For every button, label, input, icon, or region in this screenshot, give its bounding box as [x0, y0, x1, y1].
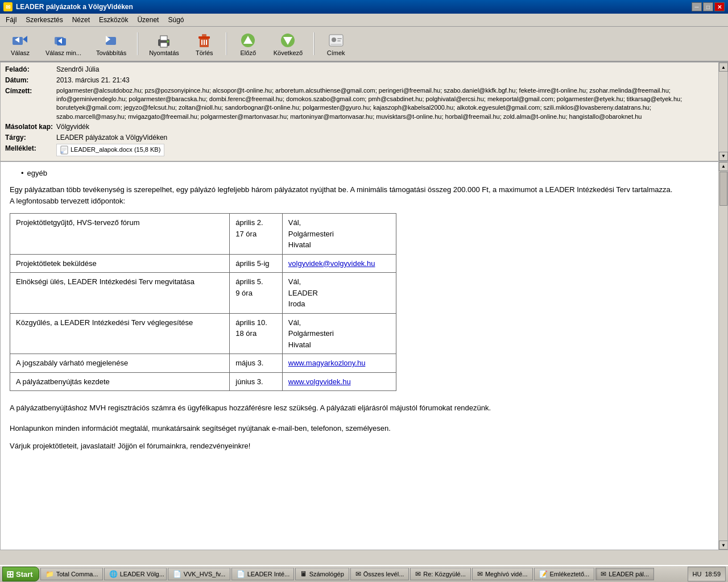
next-label: Következő	[274, 49, 303, 56]
taskbar-item-osszes[interactable]: ✉ Összes levél...	[350, 568, 410, 580]
minimize-button[interactable]: ─	[692, 2, 702, 11]
taskbar-item-leader-inte[interactable]: 📄 LEADER Inté...	[231, 568, 294, 580]
bullet-egyeb-text: egyéb	[27, 168, 47, 179]
reply-label: Válasz	[11, 49, 30, 56]
delete-button[interactable]: Törlés	[189, 29, 220, 59]
prev-icon	[239, 31, 257, 49]
table-row: A pályázatbenyújtás kezdete június 3. ww…	[10, 372, 396, 391]
menu-edit[interactable]: Szerkesztés	[22, 15, 66, 25]
header-scroll-track[interactable]	[719, 72, 727, 152]
taskbar-label-leadervolg: LEADER Völg...	[120, 571, 164, 577]
taskbar-label-leaderpal: LEADER pál...	[609, 571, 649, 577]
attachment-value[interactable]: W LEADER_alapok.docx (15,8 KB)	[56, 144, 713, 157]
body-para2: A legfontosabb tervezett időpontok:	[10, 196, 709, 207]
taskbar-label-vvk: VVK_HVS_fv...	[184, 571, 226, 577]
table-cell-date-5: május 3.	[230, 354, 283, 373]
title-bar-buttons[interactable]: ─ □ ✕	[692, 2, 725, 11]
tray-time: 18:59	[705, 571, 721, 577]
taskbar: ⊞ Start 📁 Total Comma... 🌐 LEADER Völg..…	[0, 565, 728, 582]
from-label: Feladó:	[5, 65, 56, 74]
table-row: Projektötletek beküldése április 5-ig vo…	[10, 254, 396, 273]
body-para4: Honlapunkon minden információt megtalál,…	[10, 423, 709, 434]
link-volgyvidek[interactable]: www.volgyvidek.hu	[288, 377, 351, 386]
title-bar-left: ✉ LEADER pályázatok a VölgyVidéken	[3, 2, 133, 11]
body-scroll-down[interactable]: ▼	[719, 541, 727, 550]
email-body[interactable]: egyéb Egy pályázatban több tevékenység i…	[1, 162, 718, 550]
taskbar-item-szamologep[interactable]: 🖩 Számológép	[295, 568, 349, 580]
table-cell-loc-5[interactable]: www.magyarkozlony.hu	[282, 354, 396, 373]
prev-label: Előző	[240, 49, 256, 56]
link-magyarkozlony[interactable]: www.magyarkozlony.hu	[288, 359, 366, 367]
from-row: Feladó: Szendrői Júlia	[5, 65, 713, 74]
toolbar: Válasz Válasz min... Továbbítás Nyomtatá…	[0, 27, 728, 62]
body-wrapper: egyéb Egy pályázatban több tevékenység i…	[1, 162, 727, 550]
taskbar-item-leader-volg[interactable]: 🌐 LEADER Völg...	[104, 568, 167, 580]
table-cell-event-4: Közgyűlés, a LEADER Intézkedési Terv vég…	[10, 313, 230, 354]
print-button[interactable]: Nyomtatás	[144, 29, 184, 59]
prev-button[interactable]: Előző	[233, 29, 264, 59]
attachment-file[interactable]: W LEADER_alapok.docx (15,8 KB)	[56, 144, 164, 156]
svg-rect-24	[330, 44, 342, 45]
table-row: A jogszabály várható megjelenése május 3…	[10, 354, 396, 373]
taskbar-item-emlekeztet[interactable]: 📝 Emlékeztető...	[534, 568, 595, 580]
taskbar-item-total-comma[interactable]: 📁 Total Comma...	[40, 568, 103, 580]
table-cell-loc-3: Vál,LEADERIroda	[282, 273, 396, 314]
taskbar-item-meghivo[interactable]: ✉ Meghívó vidé...	[472, 568, 533, 580]
cc-value: Völgyvidék	[56, 122, 713, 132]
menu-file[interactable]: Fájl	[2, 15, 20, 25]
date-row: Dátum: 2013. március 21. 21:43	[5, 76, 713, 85]
header-scrollbar[interactable]: ▲ ▼	[718, 63, 727, 161]
header-scroll-down[interactable]: ▼	[719, 152, 728, 161]
attachment-label: Melléklet:	[5, 144, 56, 157]
taskbar-label-meghivo: Meghívó vidé...	[485, 571, 528, 577]
forward-button[interactable]: Továbbítás	[91, 29, 131, 59]
table-cell-date-6: június 3.	[230, 372, 283, 391]
table-cell-date-1: április 2.17 óra	[230, 214, 283, 255]
menu-tools[interactable]: Eszközök	[96, 15, 131, 25]
menu-view[interactable]: Nézet	[69, 15, 93, 25]
bullet-section: egyéb	[10, 168, 709, 179]
email-headers: Feladó: Szendrői Júlia Dátum: 2013. márc…	[1, 63, 727, 162]
menu-message[interactable]: Üzenet	[134, 15, 162, 25]
maximize-button[interactable]: □	[703, 2, 713, 11]
svg-rect-27	[62, 149, 67, 149]
subject-label: Tárgy:	[5, 133, 56, 143]
taskbar-item-re-kozgyules[interactable]: ✉ Re: Közgyülé...	[410, 568, 471, 580]
taskbar-item-leader-pal[interactable]: ✉ LEADER pál...	[595, 568, 654, 580]
reply-button[interactable]: Válasz	[5, 29, 36, 59]
close-button[interactable]: ✕	[714, 2, 725, 11]
taskbar-icon-total: 📁	[46, 570, 54, 578]
body-scrollbar[interactable]: ▲ ▼	[718, 162, 727, 550]
reply-all-button[interactable]: Válasz min...	[40, 29, 86, 59]
contacts-icon	[327, 31, 345, 49]
table-row: Közgyűlés, a LEADER Intézkedési Terv vég…	[10, 313, 396, 354]
taskbar-item-vvk[interactable]: 📄 VVK_HVS_fv...	[168, 568, 230, 580]
body-para5: Várjuk projektötleteit, javaslatait! Jöj…	[10, 440, 709, 452]
contacts-button[interactable]: Címek	[320, 29, 351, 59]
table-cell-date-3: április 5.9 óra	[230, 273, 283, 314]
scroll-track[interactable]	[719, 171, 727, 541]
taskbar-label-emlekeztet: Emlékeztető...	[550, 571, 590, 577]
scroll-thumb[interactable]	[719, 172, 727, 206]
svg-rect-23	[337, 40, 341, 41]
menu-help[interactable]: Súgó	[164, 15, 187, 25]
taskbar-label-total: Total Comma...	[56, 571, 98, 577]
body-scroll-up[interactable]: ▲	[719, 162, 727, 171]
email-link-volgyvidek[interactable]: volgyvidek@volgyvidek.hu	[288, 259, 375, 268]
to-value: polgarmester@alcsutdoboz.hu; pzs@pozsony…	[56, 86, 713, 122]
schedule-table: Projektötletgyűjtő, HVS-tervező fórum áp…	[10, 213, 396, 391]
start-label: Start	[16, 570, 33, 579]
table-cell-loc-2[interactable]: volgyvidek@volgyvidek.hu	[282, 254, 396, 273]
start-button[interactable]: ⊞ Start	[2, 567, 39, 581]
taskbar-label-osszes: Összes levél...	[363, 571, 404, 577]
next-button[interactable]: Következő	[268, 29, 308, 59]
taskbar-icon-leaderpal: ✉	[601, 570, 606, 578]
header-scroll-up[interactable]: ▲	[719, 63, 728, 72]
toolbar-sep-2	[226, 32, 227, 55]
table-cell-loc-6[interactable]: www.volgyvidek.hu	[282, 372, 396, 391]
body-para1: Egy pályázatban több tevékenység is szer…	[10, 184, 709, 196]
from-value: Szendrői Júlia	[56, 65, 713, 74]
cc-row: Másolatot kap: Völgyvidék	[5, 122, 713, 132]
app-icon: ✉	[3, 2, 13, 11]
attachment-row: Melléklet: W LEADER_alapok.docx (15,8 KB…	[5, 144, 713, 157]
